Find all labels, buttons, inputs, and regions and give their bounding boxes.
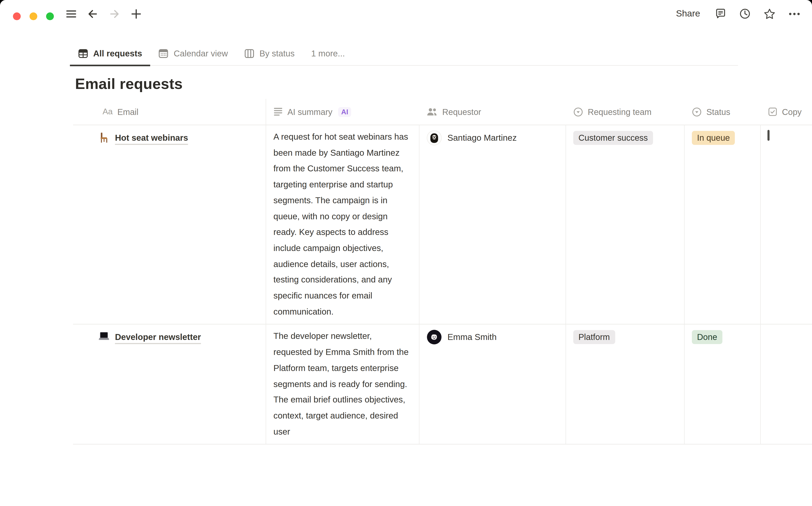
minimize-window-button[interactable] [29,12,38,20]
status-tag: Done [692,330,722,344]
close-window-button[interactable] [13,12,21,20]
column-header-requesting-team[interactable]: Requesting team [566,99,685,124]
tab-by-status[interactable]: By status [236,44,303,65]
copy-checkbox[interactable] [767,130,769,141]
cell-copy [761,125,812,324]
column-label: Requesting team [588,107,652,117]
new-tab-icon[interactable] [131,8,142,20]
back-icon[interactable] [87,8,98,20]
cell-email[interactable]: Hot seat webinars [73,125,266,324]
column-header-ai-summary[interactable]: AI summary AI [266,99,420,124]
select-icon [692,107,702,117]
cell-requestor[interactable]: Emma Smith [420,325,566,444]
tab-label: All requests [93,49,142,59]
share-button[interactable]: Share [674,7,702,20]
column-label: Copy [782,107,802,117]
cell-ai-summary[interactable]: A request for hot seat webinars has been… [266,125,420,324]
history-icon[interactable] [739,8,751,20]
person-name: Emma Smith [447,330,497,345]
column-header-requestor[interactable]: Requestor [420,99,566,124]
column-header-copy[interactable]: Copy [761,99,812,124]
table-row: Hot seat webinars A request for hot seat… [73,125,812,325]
more-options-icon[interactable] [788,12,801,16]
text-type-icon: Aa [102,107,113,116]
avatar [427,330,442,345]
view-tabs: All requests Calendar view By status 1 m… [70,44,738,66]
tab-label: Calendar view [174,49,228,59]
laptop-icon [98,331,110,343]
table-view-icon [78,49,88,59]
cell-requesting-team[interactable]: Platform [566,325,685,444]
ai-badge: AI [338,107,351,117]
column-header-status[interactable]: Status [685,99,761,124]
cell-requesting-team[interactable]: Customer success [566,125,685,324]
select-icon [573,107,583,117]
menu-icon[interactable] [66,10,77,18]
cell-copy [761,325,812,444]
cell-ai-summary[interactable]: The developer newsletter, requested by E… [266,325,420,444]
team-tag: Platform [573,330,615,344]
tab-more-views[interactable]: 1 more... [303,44,353,65]
page-link[interactable]: Developer newsletter [115,331,201,344]
column-label: Email [117,107,139,117]
cell-status[interactable]: Done [685,325,761,444]
page-link[interactable]: Hot seat webinars [115,132,188,145]
titlebar: Share [0,0,812,32]
cell-requestor[interactable]: Santiago Martinez [420,125,566,324]
zoom-window-button[interactable] [46,12,54,20]
team-tag: Customer success [573,131,653,145]
comments-icon[interactable] [715,8,727,20]
traffic-lights [13,12,54,20]
table-header-row: Aa Email AI summary AI Requestor [73,99,812,125]
cell-status[interactable]: In queue [685,125,761,324]
board-view-icon [244,49,254,59]
favorite-star-icon[interactable] [763,8,776,20]
status-tag: In queue [692,131,735,145]
tab-label: 1 more... [311,49,345,59]
column-label: Requestor [442,107,481,117]
table-row: Developer newsletter The developer newsl… [73,325,812,445]
column-label: Status [706,107,730,117]
tab-label: By status [260,49,295,59]
checkbox-icon [768,107,777,116]
tab-all-requests[interactable]: All requests [70,44,151,65]
database-table: Aa Email AI summary AI Requestor [73,99,812,506]
column-header-email[interactable]: Aa Email [73,99,266,124]
chair-icon [98,132,110,143]
cell-email[interactable]: Developer newsletter [73,325,266,444]
forward-icon[interactable] [109,8,120,20]
app-window: Share All requests C [0,0,812,506]
page-title: Email requests [75,76,183,93]
avatar [427,131,442,145]
person-name: Santiago Martinez [447,131,517,145]
column-label: AI summary [287,107,333,117]
calendar-view-icon [159,49,168,59]
tab-calendar-view[interactable]: Calendar view [150,44,236,65]
people-icon [427,107,438,116]
text-lines-icon [274,107,283,116]
